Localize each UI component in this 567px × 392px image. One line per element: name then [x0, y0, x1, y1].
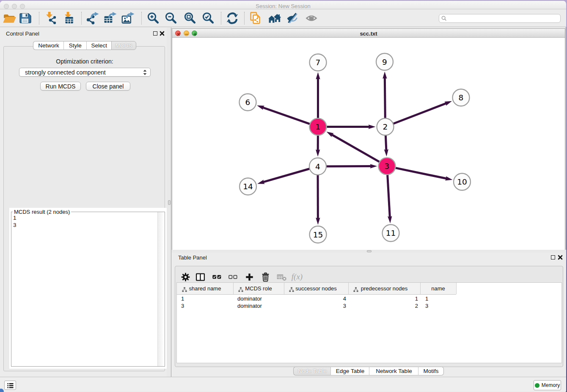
delete-columns-button[interactable] — [259, 271, 272, 283]
horizontal-splitter-handle[interactable] — [367, 250, 372, 252]
open-session-button[interactable] — [3, 11, 16, 25]
cell-predecessor-nodes[interactable]: 1 — [348, 295, 418, 302]
cell-name[interactable]: 1 — [425, 295, 428, 302]
vertical-splitter-handle[interactable] — [168, 200, 171, 205]
memory-button[interactable]: Memory — [534, 380, 561, 390]
cell-shared-name[interactable]: 1 — [181, 295, 184, 302]
table-close-panel-icon[interactable] — [557, 254, 563, 262]
horizontal-splitter[interactable] — [171, 250, 566, 253]
table-float-panel-icon[interactable] — [551, 255, 555, 259]
column-separator — [284, 283, 284, 294]
edge-1-6[interactable] — [262, 108, 311, 124]
import-network-button[interactable] — [44, 11, 58, 25]
zoom-out-button[interactable] — [164, 11, 178, 25]
float-panel-icon[interactable] — [153, 31, 157, 36]
cell-successor-nodes[interactable]: 4 — [284, 295, 346, 302]
criterion-dropdown[interactable]: strongly connected component — [19, 68, 151, 77]
close-panel-icon[interactable] — [159, 30, 165, 38]
screen: Session: New Session — [0, 0, 567, 392]
export-image-icon — [121, 11, 135, 25]
main-toolbar — [0, 9, 566, 27]
column-header-name[interactable]: name — [420, 283, 456, 294]
graph-node-label-3: 3 — [385, 162, 390, 171]
criterion-value: strongly connected component — [25, 69, 143, 76]
cell-shared-name[interactable]: 3 — [181, 302, 184, 309]
tab-network-table[interactable]: Network Table — [369, 367, 418, 375]
network-window: scc.txt 1234678910111415 — [172, 28, 565, 250]
control-panel-title: Control Panel — [6, 30, 39, 37]
export-table-button[interactable] — [104, 11, 117, 25]
gear-icon — [180, 272, 191, 282]
create-column-button[interactable] — [243, 271, 256, 283]
result-text-area[interactable]: 13 — [13, 215, 17, 229]
first-neighbors-button[interactable] — [267, 11, 281, 25]
cell-predecessor-nodes[interactable]: 2 — [348, 302, 418, 309]
tab-motifs[interactable]: Motifs — [418, 367, 444, 375]
edge-4-14[interactable] — [263, 168, 311, 182]
tab-network[interactable]: Network — [33, 41, 64, 50]
edge-3-10[interactable] — [394, 168, 447, 179]
export-network-button[interactable] — [86, 11, 99, 25]
cell-MCDS-role[interactable]: dominator — [237, 302, 262, 309]
zoom-fit-icon — [183, 11, 197, 25]
save-session-button[interactable] — [18, 11, 32, 25]
cell-MCDS-role[interactable]: dominator — [237, 295, 262, 302]
import-table-button[interactable] — [63, 11, 77, 25]
chevron-updown-icon — [143, 69, 147, 75]
tab-node-table[interactable]: Node Table — [293, 367, 331, 375]
tab-edge-table[interactable]: Edge Table — [330, 367, 369, 375]
vertical-splitter[interactable] — [167, 28, 171, 377]
function-builder-button: f(x) — [291, 271, 303, 283]
column-type-icon — [289, 286, 294, 294]
column-type-icon — [238, 286, 243, 294]
tab-select[interactable]: Select — [86, 41, 112, 50]
edge-2-3[interactable] — [385, 134, 386, 151]
show-all-button[interactable] — [306, 11, 319, 25]
delete-table-button — [275, 271, 288, 283]
zoom-in-button[interactable] — [146, 11, 160, 25]
table-panel: Table Panel shared nameMCDS rolesuccesso… — [171, 253, 566, 377]
zoom-fit-button[interactable] — [183, 11, 197, 25]
list-icon — [7, 382, 14, 389]
tab-style[interactable]: Style — [63, 41, 87, 50]
task-history-button[interactable] — [4, 381, 16, 390]
run-mcds-button[interactable]: Run MCDS — [40, 82, 81, 91]
show-columns-button[interactable] — [194, 271, 206, 283]
network-window-titlebar: scc.txt — [172, 29, 565, 38]
node-table-content: shared nameMCDS rolesuccessor nodesprede… — [175, 266, 563, 367]
graph-node-label-6: 6 — [245, 98, 250, 107]
network-canvas[interactable]: 1234678910111415 — [172, 38, 565, 250]
toolbar-separator — [221, 12, 221, 25]
column-separator — [233, 283, 234, 294]
fx-icon: f(x) — [292, 272, 303, 282]
edge-2-9[interactable] — [385, 77, 385, 119]
close-panel-button[interactable]: Close panel — [86, 82, 130, 91]
hide-selected-button[interactable] — [286, 11, 300, 25]
edge-2-8[interactable] — [392, 103, 446, 124]
new-network-from-selection-button[interactable] — [248, 11, 262, 25]
column-separator — [420, 283, 421, 294]
refresh-view-button[interactable] — [226, 11, 239, 25]
select-all-columns-button[interactable] — [210, 271, 223, 283]
cell-name[interactable]: 3 — [425, 302, 428, 309]
table-options-button[interactable] — [179, 271, 192, 283]
zoom-selected-icon — [201, 11, 215, 25]
export-image-button[interactable] — [121, 11, 135, 25]
search-input[interactable] — [448, 15, 560, 22]
table-header: shared nameMCDS rolesuccessor nodesprede… — [177, 283, 456, 295]
unselect-all-icon — [228, 272, 238, 282]
mcds-tab-content: Optimization criterion: strongly connect… — [3, 46, 165, 371]
result-scrollbar[interactable] — [157, 212, 163, 366]
edge-3-1[interactable] — [331, 135, 380, 163]
unselect-all-columns-button[interactable] — [226, 271, 239, 283]
edge-3-11[interactable] — [388, 174, 390, 218]
plus-icon — [244, 272, 255, 282]
control-panel: Control Panel Optimization criterion: st… — [0, 28, 167, 377]
toolbar-separator — [39, 12, 39, 25]
tab-mcds[interactable]: MCDS — [111, 41, 136, 50]
cell-successor-nodes[interactable]: 3 — [284, 302, 346, 309]
trash-icon — [260, 272, 271, 282]
zoom-selected-button[interactable] — [201, 11, 215, 25]
column-header-predecessor-nodes[interactable]: predecessor nodes — [348, 283, 420, 294]
import-network-icon — [44, 11, 58, 25]
